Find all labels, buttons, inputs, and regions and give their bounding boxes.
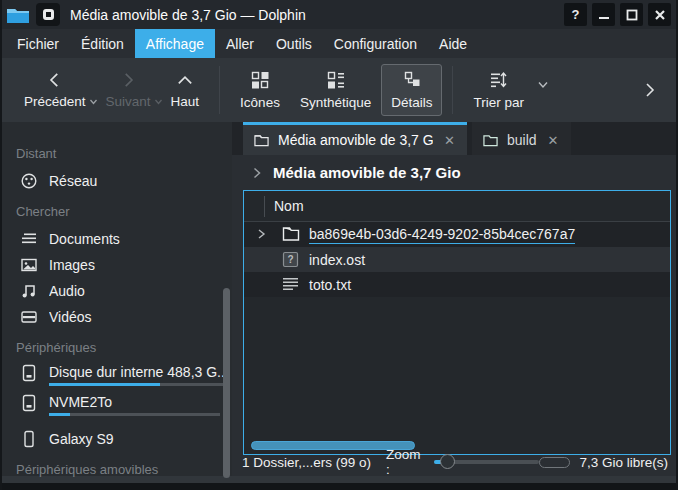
menu-aide[interactable]: Aide [428,29,478,58]
zoom-label: Zoom : [386,447,425,477]
hard-drive-icon [19,364,38,382]
titlebar[interactable]: Média amovible de 3,7 Gio — Dolphin ? [2,0,676,29]
sidebar-scrollbar[interactable] [223,288,230,478]
details-view-icon [402,70,422,90]
zoom-slider[interactable] [434,453,538,471]
free-space-bar [539,457,571,468]
sidebar-item-disque-dur[interactable]: Disque dur interne 488,3 G... [2,362,232,392]
up-button[interactable]: Haut [161,65,210,115]
close-button[interactable] [648,3,671,26]
chevron-right-icon [252,166,262,180]
hard-drive-icon [19,394,38,412]
file-row-index-ost[interactable]: ? index.ost [244,247,670,272]
status-bar: 1 Dossier,...ers (99 o) Zoom : 7,3 Gio l… [232,448,676,476]
help-button[interactable]: ? [564,3,587,26]
tab-close-icon[interactable]: ✕ [442,133,457,148]
zoom-slider-handle[interactable] [440,454,455,469]
folder-icon [483,134,498,147]
tab-label: Média amovible de 3,7 Gio [278,132,433,148]
sidebar-item-label: Disque dur interne 488,3 G... [49,364,229,380]
sort-icon [489,70,509,90]
question-icon: ? [572,7,580,22]
column-header-row: Nom [244,191,670,222]
breadcrumb: Média amovible de 3,7 Gio [232,155,676,190]
sidebar-item-images[interactable]: Images [2,252,232,278]
network-icon [19,172,38,190]
sidebar-item-reseau[interactable]: Réseau [2,168,232,194]
toolbar: Précédent Suivant Haut Icônes [2,58,676,122]
file-name: toto.txt [309,277,351,293]
unknown-file-icon: ? [282,251,299,268]
icons-view-button[interactable]: Icônes [230,64,290,116]
menu-fichier[interactable]: Fichier [6,29,70,58]
minimize-icon [598,9,610,21]
dolphin-app-folder-icon [6,5,30,25]
toolbar-overflow-button[interactable] [638,76,662,104]
window-bottom-edge [2,483,676,490]
chevron-up-icon [176,71,194,89]
chevron-left-icon [46,71,64,89]
menu-aller[interactable]: Aller [215,29,265,58]
minimize-button[interactable] [592,3,615,26]
phone-icon [19,430,38,448]
column-separator [264,196,265,217]
ring-icon [43,9,54,20]
section-header-peripheriques: Périphériques [16,340,232,355]
disk-usage-bar [49,413,220,416]
tab-bar: Média amovible de 3,7 Gio ✕ build ✕ [232,122,676,155]
menu-edition[interactable]: Édition [70,29,135,58]
maximize-button[interactable] [620,3,643,26]
sidebar-item-label: Réseau [49,173,97,189]
icons-view-icon [250,70,270,90]
toolbar-separator [452,66,453,114]
breadcrumb-location[interactable]: Média amovible de 3,7 Gio [273,164,461,181]
details-view-button[interactable]: Détails [381,64,442,116]
section-header-chercher: Chercher [16,204,232,219]
main-pane: Média amovible de 3,7 Gio ✕ build ✕ Médi… [232,122,676,476]
close-icon [654,9,666,21]
chevron-right-icon [642,80,658,100]
file-row-toto-txt[interactable]: toto.txt [244,272,670,297]
chevron-right-icon [119,71,137,89]
content-area: Distant Réseau Chercher [2,122,676,476]
document-lines-icon [19,230,38,248]
tab-build[interactable]: build ✕ [472,122,571,155]
menu-affichage[interactable]: Affichage [135,29,215,58]
compact-view-button[interactable]: Synthétique [290,64,381,116]
toolbar-separator [219,66,220,114]
sidebar-item-label: Galaxy S9 [49,431,114,447]
sidebar-item-galaxy-s9[interactable]: Galaxy S9 [2,426,232,452]
forward-button[interactable]: Suivant [96,65,161,115]
file-view[interactable]: Nom [243,190,671,455]
menu-configuration[interactable]: Configuration [323,29,428,58]
file-rows: ba869e4b-03d6-4249-9202-85b4cec767a7 ? i… [244,222,670,297]
film-icon [19,308,38,326]
maximize-icon [626,9,638,21]
column-header-nom[interactable]: Nom [274,198,304,214]
text-file-icon [282,277,299,292]
sidebar-item-label: Images [49,257,95,273]
tab-media-amovible[interactable]: Média amovible de 3,7 Gio ✕ [243,122,467,155]
window-title: Média amovible de 3,7 Gio — Dolphin [70,7,559,23]
sidebar-item-audio[interactable]: Audio [2,278,232,304]
back-button[interactable]: Précédent [14,65,96,115]
sidebar-item-nvme2to[interactable]: NVME2To [2,392,232,422]
places-panel: Distant Réseau Chercher [2,122,232,476]
tab-label: build [507,132,537,148]
sidebar-item-videos[interactable]: Vidéos [2,304,232,330]
selection-summary: 1 Dossier,...ers (99 o) [242,455,371,470]
sidebar-item-label: NVME2To [49,394,112,410]
sidebar-item-label: Vidéos [49,309,92,325]
sidebar-item-documents[interactable]: Documents [2,226,232,252]
window-menu-button[interactable] [36,3,60,26]
sidebar-item-label: Documents [49,231,120,247]
caret-down-icon [537,81,549,89]
tab-close-icon[interactable]: ✕ [546,133,561,148]
free-space-label: 7,3 Gio libre(s) [579,455,668,470]
menu-outils[interactable]: Outils [265,29,323,58]
image-icon [19,256,38,274]
sort-by-button[interactable]: Trier par [463,64,534,116]
expand-chevron-icon[interactable] [255,228,267,240]
svg-text:?: ? [287,254,293,265]
file-row-folder[interactable]: ba869e4b-03d6-4249-9202-85b4cec767a7 [244,222,670,247]
